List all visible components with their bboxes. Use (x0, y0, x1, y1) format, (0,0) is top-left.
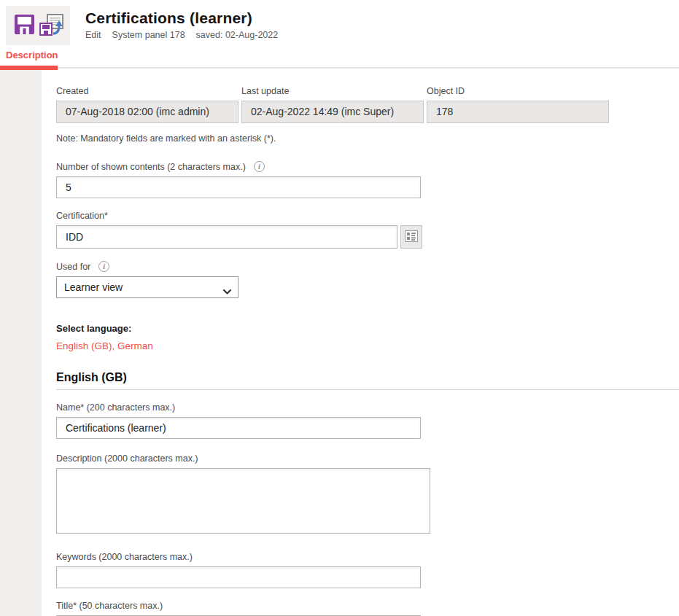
save-icon (15, 15, 34, 36)
save-and-back-icon (39, 13, 64, 39)
last-update-value: 02-Aug-2022 14:49 (imc Super) (241, 101, 424, 123)
object-id-label: Object ID (427, 86, 609, 96)
last-update-label: Last update (241, 86, 424, 96)
shown-contents-label: Number of shown contents (2 characters m… (56, 162, 246, 172)
certification-group: Certification* (56, 211, 679, 249)
language-link-english[interactable]: English (GB) (56, 340, 112, 351)
certification-input[interactable] (56, 225, 397, 249)
description-group: Description (2000 characters max.) (56, 453, 679, 537)
object-context-label: System panel 178 (112, 30, 185, 40)
form-content: Created 07-Aug-2018 02:00 (imc admin) La… (42, 69, 679, 616)
language-selector: Select language: English (GB), German (56, 323, 679, 351)
save-button[interactable] (12, 11, 36, 40)
shown-contents-input[interactable] (56, 176, 421, 198)
toolbar (6, 6, 70, 45)
tab-bar: Description (0, 45, 679, 69)
save-and-back-button[interactable] (39, 11, 64, 40)
name-input[interactable] (56, 417, 421, 439)
info-icon[interactable]: i (254, 161, 265, 172)
saved-date-label: saved: 02-Aug-2022 (196, 30, 279, 40)
metadata-row: Created 07-Aug-2018 02:00 (imc admin) La… (56, 86, 679, 123)
keywords-label: Keywords (2000 characters max.) (56, 552, 679, 562)
created-label: Created (56, 86, 238, 96)
created-value: 07-Aug-2018 02:00 (imc admin) (56, 101, 238, 123)
shown-contents-group: Number of shown contents (2 characters m… (56, 161, 679, 198)
info-icon[interactable]: i (98, 261, 109, 272)
certification-picker-button[interactable] (400, 225, 422, 249)
description-label: Description (2000 characters max.) (56, 453, 679, 464)
tab-description[interactable]: Description (0, 45, 66, 69)
mandatory-fields-note: Note: Mandatory fields are marked with a… (56, 133, 679, 144)
title-label: Title* (50 characters max.) (56, 601, 679, 611)
page-title: Certifications (learner) (85, 9, 278, 27)
keywords-group: Keywords (2000 characters max.) (56, 552, 679, 588)
used-for-group: Used for i Learner view (56, 261, 679, 298)
language-link-german[interactable]: German (117, 340, 153, 351)
left-sidebar (0, 69, 42, 616)
object-id-value: 178 (427, 101, 609, 123)
active-tab-underline (0, 66, 58, 70)
select-language-label: Select language: (56, 323, 679, 334)
list-select-icon (405, 230, 418, 244)
title-group: Title* (50 characters max.) (56, 601, 679, 616)
created-field: Created 07-Aug-2018 02:00 (imc admin) (56, 86, 238, 123)
name-group: Name* (200 characters max.) (56, 402, 679, 439)
tab-description-label: Description (6, 50, 58, 61)
last-update-field: Last update 02-Aug-2022 14:49 (imc Super… (241, 86, 424, 123)
page-subtitle: Edit System panel 178 saved: 02-Aug-2022 (85, 30, 278, 40)
language-section-heading: English (GB) (56, 371, 679, 384)
used-for-select[interactable]: Learner view (56, 276, 238, 298)
description-textarea[interactable] (56, 468, 430, 534)
section-divider (56, 389, 679, 390)
certification-label: Certification* (56, 211, 679, 221)
page-header: Certifications (learner) Edit System pan… (0, 0, 679, 45)
language-separator: , (112, 340, 118, 351)
mode-label: Edit (85, 30, 101, 40)
keywords-input[interactable] (56, 566, 421, 588)
object-id-field: Object ID 178 (427, 86, 609, 123)
name-label: Name* (200 characters max.) (56, 402, 679, 413)
used-for-label: Used for (56, 262, 90, 272)
